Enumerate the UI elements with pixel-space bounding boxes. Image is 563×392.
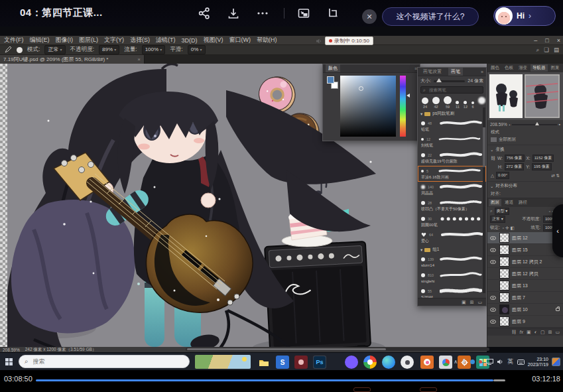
tray-expand-icon[interactable]: ∧	[454, 359, 458, 365]
status-zoom[interactable]: 208.59%	[3, 348, 20, 352]
download-icon[interactable]	[227, 7, 240, 20]
saturation-brightness-field[interactable]	[340, 76, 396, 137]
brush-group-folder[interactable]: ▾组1	[418, 245, 486, 254]
volume-icon[interactable]	[497, 359, 503, 365]
layer-thumbnail[interactable]	[499, 245, 509, 255]
layer-row[interactable]: 图层 9	[487, 316, 563, 328]
mini-player-icon[interactable]	[297, 7, 310, 20]
tray-red-icon[interactable]	[479, 360, 482, 363]
scope-label[interactable]: 全部图层	[499, 137, 516, 143]
tab-close-icon[interactable]: ×	[137, 56, 141, 62]
link-icon[interactable]: ⛓	[491, 156, 495, 161]
progress-bar-remaining[interactable]	[493, 379, 505, 381]
tab-channels[interactable]: 通道	[503, 199, 515, 206]
assistant-button[interactable]: Hi ›	[493, 6, 556, 26]
brush-preview-dot[interactable]	[17, 47, 23, 53]
tab-patterns[interactable]: 图案	[549, 64, 562, 72]
tab-color[interactable]: 颜色	[489, 64, 501, 72]
navigator-zoom-slider[interactable]	[512, 124, 556, 125]
account-app-icon[interactable]	[401, 356, 414, 369]
menu-item-view[interactable]: 视图(V)	[204, 36, 223, 44]
ime-indicator[interactable]: 英	[507, 358, 513, 366]
tray-blue-icon[interactable]	[470, 359, 475, 364]
layer-thumbnail[interactable]	[499, 304, 509, 314]
brush-item[interactable]: 48铅笔	[418, 118, 486, 134]
layer-effects-icon[interactable]: fx	[520, 330, 523, 334]
start-button[interactable]	[5, 358, 13, 365]
eye-icon[interactable]	[490, 236, 496, 240]
layer-row[interactable]: 图层 10	[487, 304, 563, 316]
color-panel-tab[interactable]: 颜色	[326, 64, 340, 72]
brush-folder[interactable]: ▾ps同款笔刷	[418, 109, 486, 118]
tab-gradients[interactable]: 渐变	[517, 64, 529, 72]
ai-ask-button[interactable]: 这个视频讲了什么?	[382, 7, 479, 26]
app-browser-icon[interactable]	[439, 356, 452, 369]
app-orange-pink-icon[interactable]	[420, 356, 434, 369]
adjustment-icon[interactable]: ◐	[534, 330, 537, 334]
tab-paths[interactable]: 路径	[517, 199, 529, 206]
flip-icons[interactable]: ⇄ ⇅	[551, 173, 560, 178]
brush-item-selected[interactable]: 5草涂6.16陈川画	[418, 166, 486, 182]
w-value[interactable]: 756 像素	[505, 155, 525, 162]
opacity-select[interactable]: 89% ▾	[99, 45, 119, 54]
menu-item-layer[interactable]: 图层(L)	[79, 36, 98, 44]
layer-thumbnail[interactable]	[499, 257, 509, 267]
keyboard-icon[interactable]	[517, 359, 525, 365]
panel-collapse-icon[interactable]: »	[481, 70, 483, 74]
layer-row[interactable]: 图层 12	[487, 232, 563, 244]
brush-search[interactable]: ⌕	[420, 86, 483, 94]
taskbar-search[interactable]: ⌕	[19, 355, 190, 368]
weather-widget[interactable]	[195, 355, 251, 369]
app-violet-icon[interactable]	[345, 356, 358, 369]
document-tab[interactable]: 7.19阿U键.psd @ 209% (图层 55, RGB/8#) * ×	[0, 55, 145, 64]
layer-thumbnail[interactable]	[499, 281, 509, 291]
close-icon[interactable]: ✕	[362, 9, 377, 24]
chrome-icon[interactable]	[363, 356, 377, 369]
align-section-title[interactable]: 对齐和分布	[495, 183, 517, 189]
layer-row[interactable]: 图层 13	[487, 280, 563, 292]
delete-layer-icon[interactable]: ▭	[555, 330, 560, 335]
color-cursor[interactable]	[359, 86, 363, 91]
new-group-icon[interactable]: ▢	[540, 330, 545, 335]
tab-navigator[interactable]: 导航器	[531, 64, 548, 72]
layer-thumbnail[interactable]	[499, 293, 509, 302]
menu-item-type[interactable]: 文字(Y)	[104, 36, 124, 44]
eye-icon[interactable]	[490, 296, 496, 300]
taskbar-clock[interactable]: 23:10 2023/7/19	[528, 357, 548, 367]
display-icon[interactable]	[486, 359, 493, 365]
mic-icon[interactable]	[462, 359, 466, 365]
tab-brush-settings[interactable]: 画笔设置	[420, 68, 444, 76]
tab-swatches[interactable]: 色板	[503, 64, 515, 72]
layer-thumbnail[interactable]	[499, 269, 509, 279]
menu-item-edit[interactable]: 编辑(E)	[30, 36, 50, 44]
new-folder-icon[interactable]: ▣	[462, 300, 466, 305]
side-drawer-handle[interactable]: ‹	[552, 204, 563, 257]
canvas-horizontal-scrollbar[interactable]	[186, 348, 489, 351]
angle-value[interactable]: 0.00°	[496, 172, 509, 179]
layer-row[interactable]: 图层 12 拷贝 2	[487, 256, 563, 268]
new-brush-icon[interactable]: ⊞	[470, 300, 474, 305]
menu-item-file[interactable]: 文件(F)	[4, 36, 24, 44]
brush-tip[interactable]: 24	[422, 98, 428, 109]
flow-select[interactable]: 100% ▾	[142, 45, 166, 54]
mode-select[interactable]: 正常 ▾	[44, 45, 65, 54]
hue-slider-thumb[interactable]	[407, 94, 410, 98]
h-value[interactable]: 272 像素	[505, 163, 525, 170]
brush-item[interactable]: 28喷凹凸（不要大于50像素）	[418, 198, 486, 214]
navigator-thumbnail[interactable]	[525, 74, 560, 118]
photoshop-taskbar-icon[interactable]: Ps	[313, 356, 326, 369]
filter-type-select[interactable]: 类型 ▾	[495, 208, 510, 215]
menu-item-help[interactable]: 帮助(H)	[257, 36, 277, 44]
brush-size-value[interactable]: 24 像素	[468, 78, 483, 84]
brush-tip[interactable]: 12	[464, 101, 468, 109]
window-close-icon[interactable]: ×	[557, 37, 560, 44]
menu-item-filter[interactable]: 滤镜(T)	[156, 36, 176, 44]
link-layers-icon[interactable]: ⛓	[512, 330, 517, 334]
y-value[interactable]: 195 像素	[532, 163, 552, 170]
blend-mode-select[interactable]: 正常 ▾	[490, 216, 505, 223]
eye-icon[interactable]	[490, 320, 496, 324]
taskbar-search-input[interactable]	[32, 358, 164, 365]
clip-icon[interactable]	[326, 7, 340, 20]
app-red-icon[interactable]	[294, 356, 308, 369]
brush-item[interactable]: 140周晶晶	[418, 182, 486, 198]
